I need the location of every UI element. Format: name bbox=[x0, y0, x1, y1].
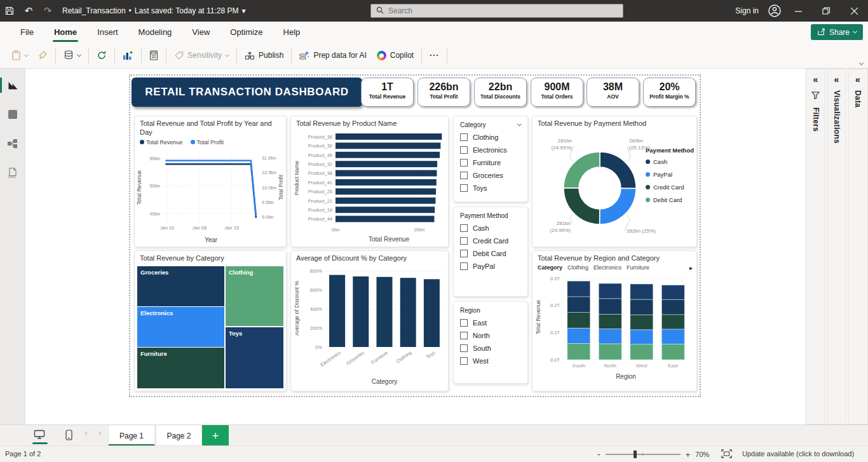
treemap-tiles[interactable]: GroceriesElectronicsFurnitureClothingToy… bbox=[137, 266, 283, 388]
save-icon[interactable] bbox=[0, 0, 19, 22]
minimize-button[interactable] bbox=[784, 0, 812, 22]
treemap-tile-groceries[interactable]: Groceries bbox=[137, 266, 224, 306]
legend-scroll-arrow-icon[interactable]: ▸ bbox=[689, 264, 693, 271]
copilot-button[interactable]: Copilot bbox=[372, 46, 419, 65]
table-view-icon[interactable] bbox=[0, 102, 25, 127]
slicer-option-cash[interactable]: Cash bbox=[454, 222, 527, 234]
filters-pane-collapsed[interactable]: « Filters bbox=[806, 69, 825, 425]
restore-button[interactable] bbox=[812, 0, 840, 22]
zoom-slider[interactable] bbox=[606, 454, 681, 455]
expand-pane-icon[interactable]: « bbox=[834, 74, 839, 85]
menu-optimize[interactable]: Optimize bbox=[220, 23, 273, 41]
menu-home[interactable]: Home bbox=[44, 23, 87, 41]
update-available-link[interactable]: Update available (click to download) bbox=[742, 450, 854, 458]
stacked-chart-plot[interactable]: 0.0T0.1T0.2T0.3TSouthNorthWestEastTotal … bbox=[532, 271, 698, 388]
dax-query-view-icon[interactable]: DAX bbox=[0, 160, 25, 186]
slicer-option-north[interactable]: North bbox=[454, 329, 527, 342]
slicer-option-south[interactable]: South bbox=[454, 342, 527, 355]
treemap-tile-electronics[interactable]: Electronics bbox=[137, 307, 224, 347]
chevron-down-icon[interactable] bbox=[517, 122, 522, 126]
document-title-dropdown[interactable]: Retail_Transaction • Last saved: Today a… bbox=[62, 6, 246, 15]
svg-text:Region: Region bbox=[616, 373, 636, 380]
kpi-total-profit[interactable]: 226bn Total Profit bbox=[417, 78, 470, 107]
tab-page-2[interactable]: Page 2 bbox=[156, 425, 202, 446]
slicer-option-west[interactable]: West bbox=[454, 355, 527, 367]
desktop-layout-icon[interactable] bbox=[31, 428, 48, 442]
treemap-tile-furniture[interactable]: Furniture bbox=[137, 348, 224, 388]
column-chart-plot[interactable]: 0%200%400%600%800%ElectronicsGroceriesFu… bbox=[291, 263, 449, 390]
discount-column-chart-visual[interactable]: Average of Discount % by Category 0%200%… bbox=[290, 250, 449, 391]
slicer-option-groceries[interactable]: Groceries bbox=[454, 169, 527, 182]
next-page-arrow[interactable]: › bbox=[98, 427, 102, 438]
expand-pane-icon[interactable]: « bbox=[855, 74, 860, 85]
kpi-profit-margin[interactable]: 20% Profit Margin % bbox=[643, 78, 696, 107]
publish-button[interactable]: Publish bbox=[240, 46, 288, 65]
redo-icon[interactable]: ↷ bbox=[38, 0, 57, 22]
payment-method-slicer[interactable]: Payment Method Cash Credit Card Debit Ca… bbox=[453, 207, 528, 297]
more-options-button[interactable]: ··· bbox=[424, 46, 444, 65]
svg-text:East: East bbox=[668, 363, 679, 369]
stacked-column-chart-visual[interactable]: Total Revenue by Region and Category Cat… bbox=[532, 250, 697, 391]
get-data-button[interactable] bbox=[58, 46, 86, 65]
kpi-aov[interactable]: 38M AOV bbox=[587, 78, 639, 107]
search-box[interactable] bbox=[370, 4, 623, 18]
slicer-option-debit-card[interactable]: Debit Card bbox=[454, 247, 527, 260]
data-pane-collapsed[interactable]: « Data bbox=[848, 69, 868, 425]
model-view-icon[interactable] bbox=[0, 131, 25, 156]
slicer-option-credit-card[interactable]: Credit Card bbox=[454, 234, 527, 247]
undo-icon[interactable]: ↶ bbox=[19, 0, 38, 22]
paste-button[interactable] bbox=[6, 46, 33, 65]
close-button[interactable] bbox=[840, 0, 868, 22]
new-page-button[interactable]: + bbox=[202, 425, 229, 446]
new-visual-button[interactable] bbox=[118, 46, 139, 65]
product-bar-chart-visual[interactable]: Total Revenue by Product Name 0bn20bnPro… bbox=[290, 116, 449, 247]
region-slicer[interactable]: Region East North South West bbox=[453, 301, 528, 384]
menu-view[interactable]: View bbox=[182, 23, 220, 41]
tab-page-1[interactable]: Page 1 bbox=[108, 425, 155, 446]
line-chart-visual[interactable]: Total Revenue and Total Profit by Year a… bbox=[134, 116, 287, 247]
zoom-slider-handle[interactable] bbox=[634, 451, 637, 458]
kpi-total-revenue[interactable]: 1T Total Revenue bbox=[361, 78, 414, 107]
prep-data-for-ai-button[interactable]: Prep data for AI bbox=[294, 46, 371, 65]
status-bar: Page 1 of 2 - + 70% Update available (cl… bbox=[0, 445, 868, 462]
sensitivity-button[interactable]: Sensitivity bbox=[169, 46, 234, 65]
slicer-option-toys[interactable]: Toys bbox=[454, 182, 527, 194]
donut-chart-visual[interactable]: Total Revenue by Payment Method 283bn(25… bbox=[532, 116, 697, 247]
expand-pane-icon[interactable]: « bbox=[813, 74, 818, 85]
slicer-option-electronics[interactable]: Electronics bbox=[454, 144, 527, 156]
search-input[interactable] bbox=[388, 6, 598, 15]
bar-chart-plot[interactable]: 0bn20bnProduct_36Product_30Product_45Pro… bbox=[291, 128, 449, 246]
refresh-button[interactable] bbox=[92, 46, 112, 65]
calculator-button[interactable] bbox=[144, 46, 163, 65]
account-avatar-icon[interactable] bbox=[765, 0, 784, 22]
zoom-in-button[interactable]: + bbox=[686, 450, 691, 459]
zoom-out-button[interactable]: - bbox=[597, 449, 600, 459]
dashboard-title-box[interactable]: RETAIL TRANSACTION DASHBOARD bbox=[132, 78, 362, 107]
treemap-tile-clothing[interactable]: Clothing bbox=[226, 266, 283, 326]
mobile-layout-icon[interactable] bbox=[60, 428, 78, 442]
previous-page-arrow[interactable]: ‹ bbox=[85, 427, 88, 438]
menu-help[interactable]: Help bbox=[273, 23, 311, 41]
kpi-total-orders[interactable]: 900M Total Orders bbox=[531, 78, 583, 107]
report-view-icon[interactable] bbox=[0, 72, 25, 98]
slicer-option-furniture[interactable]: Furniture bbox=[454, 156, 527, 169]
share-button[interactable]: Share bbox=[811, 24, 863, 40]
slicer-option-east[interactable]: East bbox=[454, 316, 527, 329]
sign-in-button[interactable]: Sign in bbox=[735, 6, 759, 15]
fit-to-page-icon[interactable] bbox=[721, 449, 732, 459]
treemap-visual[interactable]: Total Revenue by Category GroceriesElect… bbox=[134, 250, 287, 391]
menu-file[interactable]: File bbox=[10, 23, 44, 41]
treemap-tile-toys[interactable]: Toys bbox=[226, 327, 283, 388]
zoom-level: 70% bbox=[695, 451, 709, 458]
format-painter-button[interactable] bbox=[33, 46, 53, 65]
chart-title: Total Revenue and Total Profit by Year a… bbox=[135, 116, 286, 137]
collapse-ribbon-chevron-icon[interactable] bbox=[859, 61, 864, 65]
menu-modeling[interactable]: Modeling bbox=[128, 23, 182, 41]
slicer-option-paypal[interactable]: PayPal bbox=[454, 260, 527, 273]
slicer-option-clothing[interactable]: Clothing bbox=[454, 131, 527, 144]
menu-insert[interactable]: Insert bbox=[87, 23, 128, 41]
category-slicer[interactable]: Category Clothing Electronics Furniture … bbox=[453, 116, 528, 202]
visualizations-pane-collapsed[interactable]: « Visualizations bbox=[827, 69, 846, 425]
line-chart-plot[interactable]: 45bn50bn55bnJan 01Jan 08Jan 159.0bn9.5bn… bbox=[135, 146, 287, 246]
kpi-total-discounts[interactable]: 22bn Total Discounts bbox=[474, 78, 527, 107]
